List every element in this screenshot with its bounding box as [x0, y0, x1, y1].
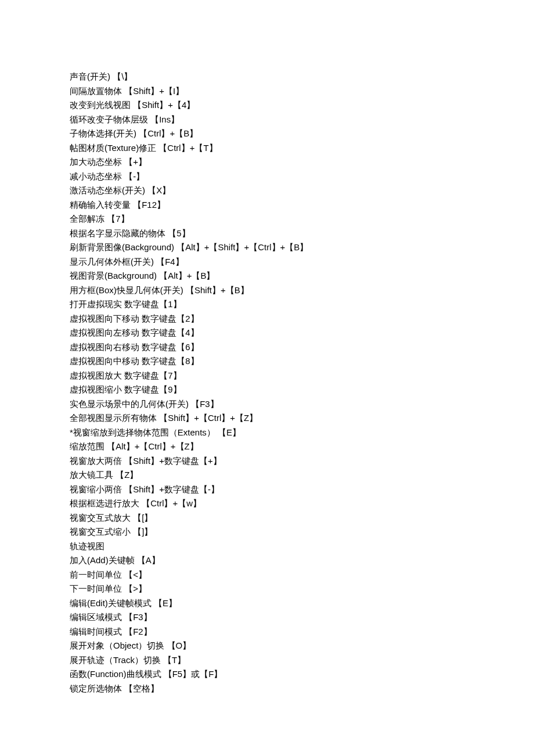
shortcut-line: 精确输入转变量 【F12】	[70, 198, 534, 213]
shortcut-line: 轨迹视图	[70, 539, 534, 554]
shortcut-line: 视窗交互式缩小 【]】	[70, 525, 534, 539]
shortcut-line: 下一时间单位 【>】	[70, 582, 534, 596]
shortcut-line: *视窗缩放到选择物体范围（Extents） 【E】	[70, 426, 534, 440]
shortcut-line: 刷新背景图像(Background) 【Alt】+【Shift】+【Ctrl】+…	[70, 240, 534, 255]
shortcut-line: 全部解冻 【7】	[70, 212, 534, 226]
shortcut-line: 视窗放大两倍 【Shift】+数字键盘【+】	[70, 454, 534, 469]
shortcut-line: 改变到光线视图 【Shift】+【4】	[70, 98, 534, 113]
shortcut-line: 视窗交互式放大 【[】	[70, 511, 534, 525]
shortcut-line: 虚拟视图缩小 数字键盘【9】	[70, 383, 534, 397]
shortcut-line: 帖图材质(Texture)修正 【Ctrl】+【T】	[70, 141, 534, 156]
shortcut-line: 虚拟视图向下移动 数字键盘【2】	[70, 312, 534, 326]
shortcut-line: 打开虚拟现实 数字键盘【1】	[70, 297, 534, 312]
shortcut-line: 用方框(Box)快显几何体(开关) 【Shift】+【B】	[70, 283, 534, 298]
shortcut-line: 展开轨迹（Track）切换 【T】	[70, 653, 534, 668]
shortcut-line: 锁定所选物体 【空格】	[70, 682, 534, 696]
shortcut-line: 展开对象（Object）切换 【O】	[70, 639, 534, 653]
shortcut-line: 根据框选进行放大 【Ctrl】+【w】	[70, 496, 534, 511]
shortcut-line: 虚拟视图放大 数字键盘【7】	[70, 369, 534, 383]
shortcut-line: 显示几何体外框(开关) 【F4】	[70, 255, 534, 269]
shortcut-line: 激活动态坐标(开关) 【X】	[70, 183, 534, 198]
shortcut-line: 虚拟视图向中移动 数字键盘【8】	[70, 354, 534, 369]
shortcut-line: 缩放范围 【Alt】+【Ctrl】+【Z】	[70, 440, 534, 454]
shortcut-line: 函数(Function)曲线模式 【F5】或【F】	[70, 667, 534, 682]
shortcut-line: 编辑时间模式 【F2】	[70, 625, 534, 639]
shortcut-line: 前一时间单位 【<】	[70, 568, 534, 582]
shortcut-line: 虚拟视图向左移动 数字键盘【4】	[70, 326, 534, 340]
shortcut-line: 虚拟视图向右移动 数字键盘【6】	[70, 340, 534, 355]
shortcut-line: 减小动态坐标 【-】	[70, 170, 534, 184]
shortcut-line: 子物体选择(开关) 【Ctrl】+【B】	[70, 127, 534, 141]
shortcut-line: 放大镜工具 【Z】	[70, 468, 534, 483]
shortcut-line: 循环改变子物体层级 【Ins】	[70, 113, 534, 127]
shortcut-line: 根据名字显示隐藏的物体 【5】	[70, 226, 534, 241]
shortcut-line: 实色显示场景中的几何体(开关) 【F3】	[70, 397, 534, 412]
shortcut-line: 加入(Add)关键帧 【A】	[70, 553, 534, 568]
shortcut-line: 视图背景(Background) 【Alt】+【B】	[70, 269, 534, 283]
shortcut-list: 声音(开关) 【\】间隔放置物体 【Shift】+【I】改变到光线视图 【Shi…	[70, 70, 534, 696]
shortcut-line: 间隔放置物体 【Shift】+【I】	[70, 84, 534, 99]
shortcut-line: 加大动态坐标 【+】	[70, 155, 534, 170]
shortcut-line: 声音(开关) 【\】	[70, 70, 534, 84]
shortcut-line: 全部视图显示所有物体 【Shift】+【Ctrl】+【Z】	[70, 411, 534, 426]
shortcut-line: 编辑区域模式 【F3】	[70, 610, 534, 625]
shortcut-line: 编辑(Edit)关键帧模式 【E】	[70, 596, 534, 611]
shortcut-line: 视窗缩小两倍 【Shift】+数字键盘【-】	[70, 483, 534, 497]
